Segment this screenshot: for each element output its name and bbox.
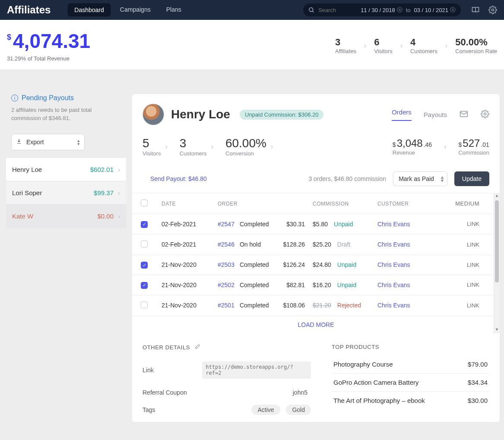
- cell-commission: $25.20Draft: [313, 241, 377, 248]
- stat-customers: 3Customers: [180, 136, 207, 157]
- cell-order: #2546On hold$128.26: [218, 241, 313, 248]
- scroll-thumb[interactable]: [495, 200, 499, 282]
- cell-date: 21-Nov-2020: [162, 261, 218, 268]
- chevron-right-icon: ›: [118, 166, 120, 173]
- edit-icon[interactable]: [194, 344, 200, 351]
- order-link[interactable]: #2501: [218, 302, 235, 309]
- sidebar: i Pending Payouts 2 affiliates needs to …: [4, 94, 128, 228]
- tag-chip[interactable]: Gold: [286, 405, 311, 415]
- export-button[interactable]: Export ▴▾: [11, 134, 85, 150]
- avatar: [143, 104, 164, 125]
- top-products: TOP PRODUCTS Photography Course$79.00 Go…: [332, 344, 489, 413]
- update-button[interactable]: Update: [454, 171, 489, 186]
- clear-date-to-icon[interactable]: ⓧ: [450, 6, 456, 14]
- cell-date: 02-Feb-2021: [162, 241, 218, 248]
- total-revenue: $ 4,074.31: [7, 29, 90, 53]
- cell-medium: LINK: [429, 262, 481, 268]
- customer-link[interactable]: Chris Evans: [377, 241, 429, 248]
- tag-chip[interactable]: Active: [251, 405, 280, 415]
- chevron-right-icon: ›: [211, 143, 213, 151]
- funnel: 3Affiliates › 6Visitors › 4Customers › 5…: [335, 37, 497, 54]
- cell-order: #2502Completed$82.81: [218, 282, 313, 288]
- revenue-amount: 4,074.31: [13, 29, 90, 53]
- order-link[interactable]: #2546: [218, 241, 235, 248]
- affiliate-item[interactable]: Henry Loe $602.01›: [6, 158, 126, 181]
- affiliate-name-title: Henry Loe: [171, 108, 230, 121]
- panel-tabs: Orders Payouts: [392, 108, 489, 121]
- date-to[interactable]: 03 / 10 / 2021 ⓧ: [414, 6, 456, 14]
- customer-link[interactable]: Chris Evans: [377, 221, 429, 228]
- referral-link[interactable]: https://demo.storeapps.org/?ref=2: [202, 361, 311, 379]
- row-checkbox[interactable]: ✓: [141, 262, 148, 269]
- gear-icon[interactable]: [481, 110, 489, 120]
- search-bar[interactable]: 11 / 30 / 2018 ⓧ to 03 / 10 / 2021 ⓧ: [303, 3, 461, 16]
- top-products-title: TOP PRODUCTS: [332, 344, 489, 350]
- brand: Affiliates: [7, 4, 51, 16]
- product-row: The Art of Photography – ebook$30.00: [332, 392, 489, 409]
- load-more-button[interactable]: LOAD MORE: [132, 316, 500, 333]
- cell-commission: $24.80Unpaid: [313, 261, 377, 268]
- other-details-title: OTHER DETAILS: [143, 344, 311, 351]
- send-payout-link[interactable]: Send Payout: $46.80: [150, 175, 207, 182]
- select-caret-icon: ▴▾: [77, 139, 80, 146]
- affiliate-item[interactable]: Kate W $0.00›: [6, 205, 126, 228]
- table-header: DATE ORDER COMMISSION CUSTOMER MEDIUM: [132, 193, 500, 214]
- col-customer: CUSTOMER: [377, 201, 429, 207]
- date-separator: to: [406, 7, 411, 13]
- cell-date: 02-Feb-2021: [162, 221, 218, 228]
- col-order: ORDER: [218, 201, 313, 207]
- tab-campaigns[interactable]: Campaigns: [114, 3, 157, 16]
- customer-link[interactable]: Chris Evans: [377, 261, 429, 268]
- cell-medium: LINK: [429, 302, 481, 309]
- scrollbar[interactable]: ▲ ▼: [494, 193, 500, 333]
- export-label: Export: [26, 139, 44, 146]
- table-row: ✓02-Feb-2021#2547Completed$30.31$5.80Unp…: [132, 214, 500, 234]
- table-row: 21-Nov-2020#2501Completed$108.06$21.20Re…: [132, 295, 500, 316]
- customer-link[interactable]: Chris Evans: [377, 302, 429, 309]
- col-commission: COMMISSION: [313, 201, 377, 207]
- download-icon: [16, 138, 22, 146]
- col-medium: MEDIUM: [429, 200, 481, 207]
- mail-icon[interactable]: [459, 109, 469, 120]
- cell-medium: LINK: [429, 282, 481, 288]
- status-select-value: Mark as Paid: [399, 175, 434, 182]
- revenue-sub: 31.29% of Total Revenue: [7, 55, 90, 62]
- date-from[interactable]: 11 / 30 / 2018 ⓧ: [361, 6, 403, 14]
- stat-visitors: 5Visitors: [143, 136, 161, 157]
- nav-tabs: Dashboard Campaigns Plans: [68, 3, 187, 16]
- select-caret-icon: ▴▾: [441, 175, 444, 182]
- cell-commission: $16.20Unpaid: [313, 282, 377, 288]
- tab-orders[interactable]: Orders: [392, 108, 412, 121]
- scroll-down-icon[interactable]: ▼: [494, 327, 500, 333]
- svg-line-1: [313, 11, 314, 12]
- row-checkbox[interactable]: ✓: [141, 221, 148, 228]
- detail-coupon: Referral Coupon john5: [143, 389, 311, 396]
- funnel-conversion: 50.00%Conversion Rate: [455, 37, 497, 54]
- search-input[interactable]: [318, 7, 357, 13]
- status-select[interactable]: Mark as Paid ▴▾: [393, 171, 447, 186]
- row-checkbox[interactable]: ✓: [141, 282, 148, 289]
- order-link[interactable]: #2503: [218, 261, 235, 268]
- clear-date-from-icon[interactable]: ⓧ: [397, 6, 403, 14]
- row-checkbox[interactable]: [141, 301, 148, 308]
- book-icon[interactable]: [471, 6, 480, 14]
- currency-symbol: $: [7, 33, 11, 42]
- select-all-checkbox[interactable]: [141, 199, 148, 206]
- gear-icon[interactable]: [488, 6, 497, 14]
- tab-plans[interactable]: Plans: [160, 3, 187, 16]
- row-checkbox[interactable]: [141, 241, 148, 247]
- order-link[interactable]: #2502: [218, 282, 235, 288]
- coupon-value: john5: [293, 389, 311, 396]
- unpaid-commission-badge: Unpaid Commission: $306.20: [240, 110, 324, 120]
- affiliate-item[interactable]: Lori Soper $99.37›: [6, 181, 126, 205]
- cell-order: #2503Completed$126.24: [218, 261, 313, 268]
- customer-link[interactable]: Chris Evans: [377, 282, 429, 288]
- scroll-up-icon[interactable]: ▲: [494, 193, 500, 199]
- order-link[interactable]: #2547: [218, 221, 235, 228]
- svg-point-0: [309, 7, 313, 11]
- affiliate-name: Lori Soper: [12, 189, 42, 196]
- funnel-visitors: 6Visitors: [374, 37, 392, 54]
- tab-dashboard[interactable]: Dashboard: [68, 3, 111, 16]
- tab-payouts[interactable]: Payouts: [424, 111, 447, 118]
- table-row: ✓21-Nov-2020#2503Completed$126.24$24.80U…: [132, 255, 500, 275]
